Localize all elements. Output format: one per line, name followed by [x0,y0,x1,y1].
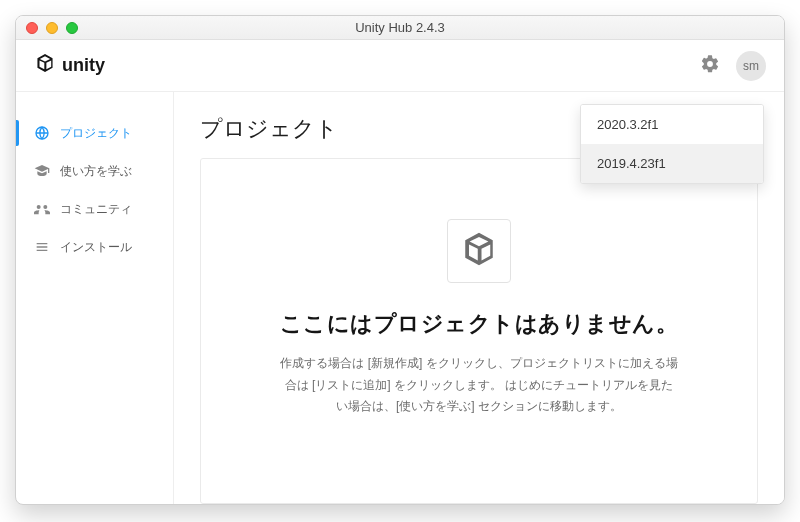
version-dropdown[interactable]: 2020.3.2f1 2019.4.23f1 [580,104,764,184]
window-title: Unity Hub 2.4.3 [16,20,784,35]
avatar-initials: sm [743,59,759,73]
user-avatar[interactable]: sm [736,51,766,81]
empty-desc: 作成する場合は [新規作成] をクリックし、プロジェクトリストに加える場合は [… [279,353,679,418]
cube-icon [459,229,499,273]
maximize-window-button[interactable] [66,22,78,34]
sidebar-item-projects[interactable]: プロジェクト [16,114,173,152]
unity-cube-icon [34,52,56,79]
sidebar-item-community[interactable]: コミュニティ [16,190,173,228]
gear-icon [700,54,720,78]
graduation-cap-icon [34,163,50,179]
sidebar-item-label: コミュニティ [60,201,132,218]
people-icon [34,201,50,217]
traffic-lights [26,22,78,34]
sidebar-item-label: インストール [60,239,132,256]
close-window-button[interactable] [26,22,38,34]
app-window: Unity Hub 2.4.3 unity sm プロジェクト [15,15,785,505]
sidebar-item-learn[interactable]: 使い方を学ぶ [16,152,173,190]
globe-icon [34,125,50,141]
empty-cube-tile [447,219,511,283]
unity-brand-text: unity [62,55,105,76]
settings-button[interactable] [698,54,722,78]
empty-title: ここにはプロジェクトはありません。 [280,309,679,339]
sidebar: プロジェクト 使い方を学ぶ コミュニティ インストール [16,92,174,504]
list-icon [34,239,50,255]
titlebar: Unity Hub 2.4.3 [16,16,784,40]
top-toolbar: unity sm [16,40,784,92]
unity-logo: unity [34,52,105,79]
sidebar-item-installs[interactable]: インストール [16,228,173,266]
sidebar-item-label: 使い方を学ぶ [60,163,132,180]
empty-projects-card: ここにはプロジェクトはありません。 作成する場合は [新規作成] をクリックし、… [200,158,758,504]
minimize-window-button[interactable] [46,22,58,34]
version-option[interactable]: 2020.3.2f1 [581,105,763,144]
version-option[interactable]: 2019.4.23f1 [581,144,763,183]
body: プロジェクト 使い方を学ぶ コミュニティ インストール [16,92,784,504]
main-content: プロジェクト ここにはプロジェクトはありません。 作成する場合は [新規作成] … [174,92,784,504]
sidebar-item-label: プロジェクト [60,125,132,142]
